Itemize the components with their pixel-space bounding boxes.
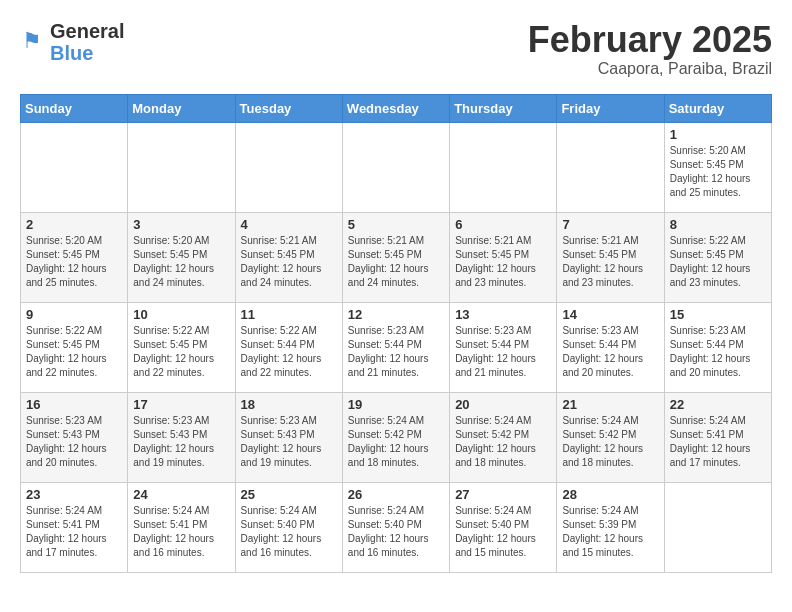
logo-icon: ⚑ bbox=[20, 28, 48, 56]
calendar-cell: 18Sunrise: 5:23 AM Sunset: 5:43 PM Dayli… bbox=[235, 392, 342, 482]
month-year: February 2025 bbox=[528, 20, 772, 60]
day-info: Sunrise: 5:24 AM Sunset: 5:41 PM Dayligh… bbox=[133, 504, 229, 560]
day-number: 20 bbox=[455, 397, 551, 412]
calendar-cell bbox=[450, 122, 557, 212]
weekday-header-thursday: Thursday bbox=[450, 94, 557, 122]
day-info: Sunrise: 5:23 AM Sunset: 5:44 PM Dayligh… bbox=[455, 324, 551, 380]
calendar-cell: 9Sunrise: 5:22 AM Sunset: 5:45 PM Daylig… bbox=[21, 302, 128, 392]
day-number: 25 bbox=[241, 487, 337, 502]
day-number: 7 bbox=[562, 217, 658, 232]
logo-text: General Blue bbox=[50, 20, 124, 64]
weekday-row: SundayMondayTuesdayWednesdayThursdayFrid… bbox=[21, 94, 772, 122]
day-number: 6 bbox=[455, 217, 551, 232]
day-info: Sunrise: 5:20 AM Sunset: 5:45 PM Dayligh… bbox=[133, 234, 229, 290]
calendar-cell: 8Sunrise: 5:22 AM Sunset: 5:45 PM Daylig… bbox=[664, 212, 771, 302]
calendar-week-1: 1Sunrise: 5:20 AM Sunset: 5:45 PM Daylig… bbox=[21, 122, 772, 212]
calendar-cell: 4Sunrise: 5:21 AM Sunset: 5:45 PM Daylig… bbox=[235, 212, 342, 302]
day-info: Sunrise: 5:23 AM Sunset: 5:44 PM Dayligh… bbox=[670, 324, 766, 380]
day-info: Sunrise: 5:21 AM Sunset: 5:45 PM Dayligh… bbox=[455, 234, 551, 290]
calendar-cell: 16Sunrise: 5:23 AM Sunset: 5:43 PM Dayli… bbox=[21, 392, 128, 482]
calendar-week-3: 9Sunrise: 5:22 AM Sunset: 5:45 PM Daylig… bbox=[21, 302, 772, 392]
calendar-cell: 7Sunrise: 5:21 AM Sunset: 5:45 PM Daylig… bbox=[557, 212, 664, 302]
day-info: Sunrise: 5:22 AM Sunset: 5:45 PM Dayligh… bbox=[26, 324, 122, 380]
day-number: 2 bbox=[26, 217, 122, 232]
calendar-cell: 17Sunrise: 5:23 AM Sunset: 5:43 PM Dayli… bbox=[128, 392, 235, 482]
calendar-cell: 6Sunrise: 5:21 AM Sunset: 5:45 PM Daylig… bbox=[450, 212, 557, 302]
day-info: Sunrise: 5:20 AM Sunset: 5:45 PM Dayligh… bbox=[670, 144, 766, 200]
weekday-header-wednesday: Wednesday bbox=[342, 94, 449, 122]
calendar-cell: 14Sunrise: 5:23 AM Sunset: 5:44 PM Dayli… bbox=[557, 302, 664, 392]
calendar-cell: 5Sunrise: 5:21 AM Sunset: 5:45 PM Daylig… bbox=[342, 212, 449, 302]
calendar-cell: 20Sunrise: 5:24 AM Sunset: 5:42 PM Dayli… bbox=[450, 392, 557, 482]
calendar-table: SundayMondayTuesdayWednesdayThursdayFrid… bbox=[20, 94, 772, 573]
day-number: 9 bbox=[26, 307, 122, 322]
location: Caapora, Paraiba, Brazil bbox=[528, 60, 772, 78]
day-info: Sunrise: 5:23 AM Sunset: 5:44 PM Dayligh… bbox=[348, 324, 444, 380]
day-number: 27 bbox=[455, 487, 551, 502]
day-number: 14 bbox=[562, 307, 658, 322]
day-info: Sunrise: 5:24 AM Sunset: 5:42 PM Dayligh… bbox=[348, 414, 444, 470]
day-number: 10 bbox=[133, 307, 229, 322]
day-info: Sunrise: 5:21 AM Sunset: 5:45 PM Dayligh… bbox=[241, 234, 337, 290]
logo: ⚑ General Blue bbox=[20, 20, 124, 64]
calendar-cell bbox=[342, 122, 449, 212]
weekday-header-monday: Monday bbox=[128, 94, 235, 122]
day-info: Sunrise: 5:20 AM Sunset: 5:45 PM Dayligh… bbox=[26, 234, 122, 290]
day-info: Sunrise: 5:21 AM Sunset: 5:45 PM Dayligh… bbox=[348, 234, 444, 290]
logo-blue: Blue bbox=[50, 42, 93, 64]
day-info: Sunrise: 5:24 AM Sunset: 5:42 PM Dayligh… bbox=[455, 414, 551, 470]
day-info: Sunrise: 5:24 AM Sunset: 5:40 PM Dayligh… bbox=[241, 504, 337, 560]
calendar-body: 1Sunrise: 5:20 AM Sunset: 5:45 PM Daylig… bbox=[21, 122, 772, 572]
calendar-week-2: 2Sunrise: 5:20 AM Sunset: 5:45 PM Daylig… bbox=[21, 212, 772, 302]
calendar-cell: 3Sunrise: 5:20 AM Sunset: 5:45 PM Daylig… bbox=[128, 212, 235, 302]
day-info: Sunrise: 5:22 AM Sunset: 5:45 PM Dayligh… bbox=[670, 234, 766, 290]
day-info: Sunrise: 5:24 AM Sunset: 5:40 PM Dayligh… bbox=[455, 504, 551, 560]
calendar-cell bbox=[235, 122, 342, 212]
calendar-week-5: 23Sunrise: 5:24 AM Sunset: 5:41 PM Dayli… bbox=[21, 482, 772, 572]
calendar-cell: 21Sunrise: 5:24 AM Sunset: 5:42 PM Dayli… bbox=[557, 392, 664, 482]
calendar-cell: 25Sunrise: 5:24 AM Sunset: 5:40 PM Dayli… bbox=[235, 482, 342, 572]
calendar-cell: 12Sunrise: 5:23 AM Sunset: 5:44 PM Dayli… bbox=[342, 302, 449, 392]
day-info: Sunrise: 5:24 AM Sunset: 5:42 PM Dayligh… bbox=[562, 414, 658, 470]
calendar-cell bbox=[664, 482, 771, 572]
day-number: 28 bbox=[562, 487, 658, 502]
day-number: 23 bbox=[26, 487, 122, 502]
day-info: Sunrise: 5:24 AM Sunset: 5:41 PM Dayligh… bbox=[670, 414, 766, 470]
calendar-cell bbox=[128, 122, 235, 212]
day-info: Sunrise: 5:23 AM Sunset: 5:43 PM Dayligh… bbox=[241, 414, 337, 470]
calendar-cell: 22Sunrise: 5:24 AM Sunset: 5:41 PM Dayli… bbox=[664, 392, 771, 482]
svg-text:⚑: ⚑ bbox=[22, 28, 42, 53]
day-info: Sunrise: 5:24 AM Sunset: 5:39 PM Dayligh… bbox=[562, 504, 658, 560]
day-info: Sunrise: 5:24 AM Sunset: 5:40 PM Dayligh… bbox=[348, 504, 444, 560]
calendar-cell: 27Sunrise: 5:24 AM Sunset: 5:40 PM Dayli… bbox=[450, 482, 557, 572]
day-number: 18 bbox=[241, 397, 337, 412]
day-number: 1 bbox=[670, 127, 766, 142]
day-number: 15 bbox=[670, 307, 766, 322]
calendar-cell bbox=[557, 122, 664, 212]
weekday-header-sunday: Sunday bbox=[21, 94, 128, 122]
day-info: Sunrise: 5:23 AM Sunset: 5:44 PM Dayligh… bbox=[562, 324, 658, 380]
calendar-header: SundayMondayTuesdayWednesdayThursdayFrid… bbox=[21, 94, 772, 122]
calendar-cell: 1Sunrise: 5:20 AM Sunset: 5:45 PM Daylig… bbox=[664, 122, 771, 212]
day-info: Sunrise: 5:22 AM Sunset: 5:44 PM Dayligh… bbox=[241, 324, 337, 380]
day-info: Sunrise: 5:23 AM Sunset: 5:43 PM Dayligh… bbox=[133, 414, 229, 470]
day-number: 13 bbox=[455, 307, 551, 322]
weekday-header-saturday: Saturday bbox=[664, 94, 771, 122]
day-number: 19 bbox=[348, 397, 444, 412]
calendar-cell: 23Sunrise: 5:24 AM Sunset: 5:41 PM Dayli… bbox=[21, 482, 128, 572]
calendar-cell: 11Sunrise: 5:22 AM Sunset: 5:44 PM Dayli… bbox=[235, 302, 342, 392]
day-number: 21 bbox=[562, 397, 658, 412]
day-number: 26 bbox=[348, 487, 444, 502]
calendar-cell: 2Sunrise: 5:20 AM Sunset: 5:45 PM Daylig… bbox=[21, 212, 128, 302]
day-info: Sunrise: 5:23 AM Sunset: 5:43 PM Dayligh… bbox=[26, 414, 122, 470]
calendar-cell: 10Sunrise: 5:22 AM Sunset: 5:45 PM Dayli… bbox=[128, 302, 235, 392]
calendar-cell: 15Sunrise: 5:23 AM Sunset: 5:44 PM Dayli… bbox=[664, 302, 771, 392]
calendar-cell: 24Sunrise: 5:24 AM Sunset: 5:41 PM Dayli… bbox=[128, 482, 235, 572]
calendar-cell: 19Sunrise: 5:24 AM Sunset: 5:42 PM Dayli… bbox=[342, 392, 449, 482]
calendar-week-4: 16Sunrise: 5:23 AM Sunset: 5:43 PM Dayli… bbox=[21, 392, 772, 482]
day-number: 11 bbox=[241, 307, 337, 322]
calendar-cell: 26Sunrise: 5:24 AM Sunset: 5:40 PM Dayli… bbox=[342, 482, 449, 572]
calendar-cell bbox=[21, 122, 128, 212]
day-number: 12 bbox=[348, 307, 444, 322]
day-number: 3 bbox=[133, 217, 229, 232]
